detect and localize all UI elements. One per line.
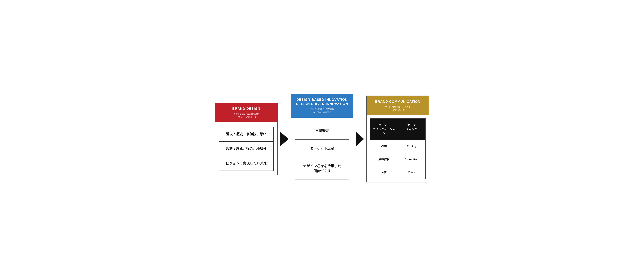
bc-cell-advertising: 広告 xyxy=(370,166,398,179)
brand-communication-card: BRAND COMMUNICATION ブランドの姿勢&ビジネス化 →実業への昇… xyxy=(366,96,429,182)
brand-communication-body: ブランド コミュニケーション マーケ ティング VMD Pricing xyxy=(367,115,428,182)
arrow-1 xyxy=(278,131,291,147)
brand-design-subtitle: 事業者Brand Visionの言語化 →ブランドの軸づくり xyxy=(218,113,274,119)
di-row-target: ターゲット設定 xyxy=(295,140,349,157)
di-outer-box: 市場調査 ターゲット設定 デザイン思考を活用した 価値づくり xyxy=(295,122,349,180)
bc-cell-customer-exp: 顧客体験 xyxy=(370,153,398,166)
brand-communication-subtitle: ブランドの姿勢&ビジネス化 →実業への昇華 xyxy=(370,106,426,112)
bc-cell-vmd: VMD xyxy=(370,140,398,153)
bc-grid: ブランド コミュニケーション マーケ ティング VMD Pricing xyxy=(370,119,426,179)
bc-cell-pricing: Pricing xyxy=(398,140,425,153)
bc-cell-place: Place xyxy=(398,166,425,179)
design-innovation-body: 市場調査 ターゲット設定 デザイン思考を活用した 価値づくり xyxy=(291,118,353,184)
brand-communication-title: BRAND COMMUNICATION xyxy=(370,100,426,104)
bc-cell-brand-comm: ブランド コミュニケーション xyxy=(370,119,398,140)
bc-cell-promotion: Promotion xyxy=(398,153,425,166)
design-innovation-subtitle: デザイン思考での商品開発 →人間中心価値開発 xyxy=(294,108,350,114)
brand-design-body: 過去：歴史、価値観、想い 現状：理念、強み、地域性 ビジョン：実現したい未来 xyxy=(216,122,277,175)
bd-row-past: 過去：歴史、価値観、想い xyxy=(219,127,274,141)
arrow-shape-2 xyxy=(356,131,364,147)
bc-cell-marketing: マーケ ティング xyxy=(398,119,425,140)
brand-design-header: BRAND DESIGN 事業者Brand Visionの言語化 →ブランドの軸… xyxy=(216,103,277,122)
design-innovation-header: DESIGN-BASED INNOVATION DESIGN DRIVEN IN… xyxy=(291,94,353,118)
arrow-2 xyxy=(353,131,366,147)
di-row-design: デザイン思考を活用した 価値づくり xyxy=(295,157,349,179)
brand-communication-header: BRAND COMMUNICATION ブランドの姿勢&ビジネス化 →実業への昇… xyxy=(367,96,428,115)
di-row-market: 市場調査 xyxy=(295,122,349,140)
page-container: BRAND DESIGN 事業者Brand Visionの言語化 →ブランドの軸… xyxy=(215,94,429,185)
design-innovation-card: DESIGN-BASED INNOVATION DESIGN DRIVEN IN… xyxy=(291,94,353,185)
brand-design-card: BRAND DESIGN 事業者Brand Visionの言語化 →ブランドの軸… xyxy=(215,103,278,175)
bd-row-vision: ビジョン：実現したい未来 xyxy=(219,156,274,171)
arrow-shape-1 xyxy=(280,131,288,147)
bd-row-present: 現状：理念、強み、地域性 xyxy=(219,141,274,156)
brand-design-title: BRAND DESIGN xyxy=(218,107,274,111)
design-innovation-title: DESIGN-BASED INNOVATION DESIGN DRIVEN IN… xyxy=(294,98,350,106)
